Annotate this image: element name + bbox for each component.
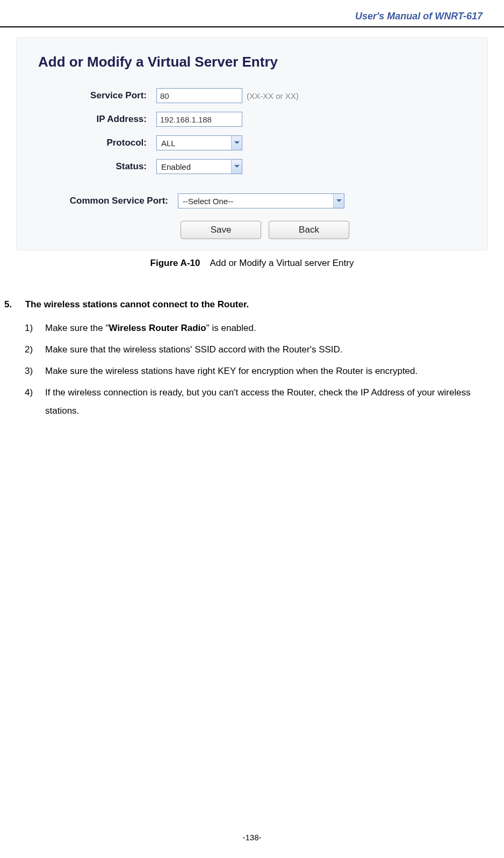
status-value: Enabled: [157, 162, 195, 171]
row-ip-address: IP Address:: [57, 109, 477, 129]
section-title: The wireless stations cannot connect to …: [25, 299, 249, 309]
item-bold: Wireless Router Radio: [109, 323, 206, 333]
service-port-hint: (XX-XX or XX): [247, 91, 299, 100]
item-text: Make sure that the wireless stations' SS…: [45, 344, 343, 355]
item-text: If the wireless connection is ready, but…: [45, 387, 471, 416]
protocol-select[interactable]: ALL: [156, 135, 242, 150]
header-rule: [0, 26, 504, 27]
caption-text: Add or Modify a Virtual server Entry: [210, 258, 354, 268]
label-protocol: Protocol:: [57, 138, 156, 148]
page-number: -138-: [242, 833, 261, 842]
item-text: Make sure the wireless stations have rig…: [45, 366, 417, 376]
row-service-port: Service Port: (XX-XX or XX): [57, 85, 477, 106]
list-number: 2): [25, 341, 45, 359]
figure-screenshot: Add or Modify a Virtual Server Entry Ser…: [16, 37, 488, 250]
back-button[interactable]: Back: [269, 221, 349, 239]
status-select[interactable]: Enabled: [156, 159, 242, 174]
page-header: User's Manual of WNRT-617: [0, 0, 504, 26]
common-service-port-select[interactable]: --Select One--: [178, 193, 344, 208]
chevron-down-icon: [333, 194, 344, 208]
list-item: 2)Make sure that the wireless stations' …: [25, 341, 500, 359]
row-common-service-port: Common Service Port: --Select One--: [57, 191, 477, 211]
ip-address-input[interactable]: [156, 112, 242, 127]
protocol-value: ALL: [157, 139, 180, 148]
caption-number: Figure A-10: [150, 258, 200, 268]
spacer: [57, 180, 477, 191]
form-area: Service Port: (XX-XX or XX) IP Address: …: [57, 85, 477, 239]
list-item: 3)Make sure the wireless stations have r…: [25, 362, 500, 380]
label-ip-address: IP Address:: [57, 114, 156, 125]
chevron-down-icon: [231, 160, 242, 174]
back-label: Back: [299, 225, 319, 235]
body-content: 5. The wireless stations cannot connect …: [0, 295, 504, 420]
figure-caption: Figure A-10 Add or Modify a Virtual serv…: [0, 258, 504, 269]
list-item: 4)If the wireless connection is ready, b…: [25, 384, 500, 420]
csp-value: --Select One--: [178, 197, 237, 206]
list-number: 3): [25, 362, 45, 380]
section-heading: 5. The wireless stations cannot connect …: [4, 295, 500, 314]
section-number: 5.: [4, 295, 23, 314]
item-post: " is enabled.: [206, 323, 256, 333]
label-service-port: Service Port:: [57, 90, 156, 101]
list-item: 1)Make sure the "Wireless Router Radio" …: [25, 319, 500, 337]
chevron-down-icon: [231, 136, 242, 150]
page-footer: -138-: [0, 833, 504, 842]
manual-title: User's Manual of WNRT-617: [355, 11, 483, 21]
list-number: 4): [25, 384, 45, 402]
row-status: Status: Enabled: [57, 156, 477, 177]
row-protocol: Protocol: ALL: [57, 133, 477, 153]
figure-heading: Add or Modify a Virtual Server Entry: [38, 54, 477, 70]
button-row: Save Back: [181, 221, 477, 239]
service-port-input[interactable]: [156, 88, 242, 103]
save-button[interactable]: Save: [181, 221, 261, 239]
list-number: 1): [25, 319, 45, 337]
label-status: Status:: [57, 161, 156, 172]
save-label: Save: [211, 225, 232, 235]
item-pre: Make sure the ": [45, 323, 109, 333]
label-common-service-port: Common Service Port:: [57, 196, 178, 206]
